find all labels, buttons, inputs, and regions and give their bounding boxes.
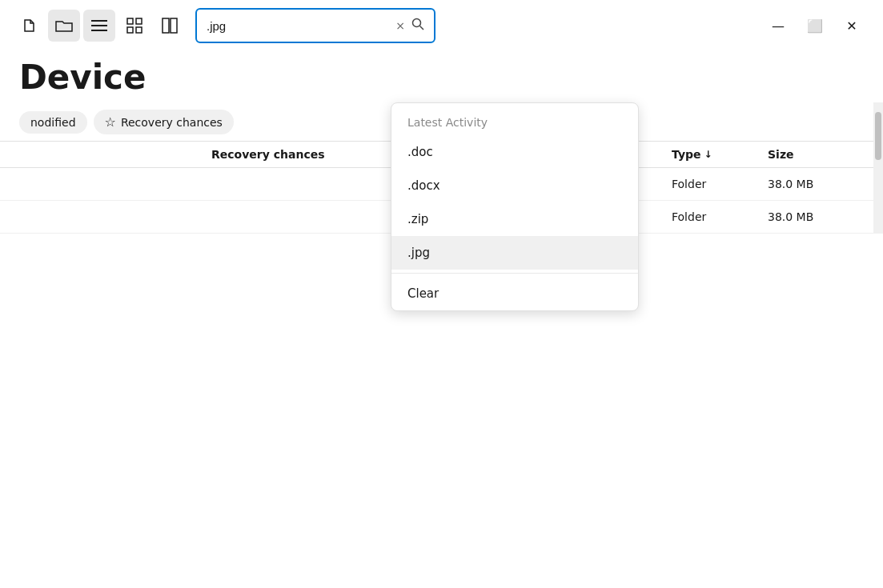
close-button[interactable]: ✕ — [833, 10, 870, 42]
svg-rect-8 — [171, 18, 177, 33]
dropdown-item-docx[interactable]: .docx — [391, 169, 638, 202]
dropdown-item-jpg[interactable]: .jpg — [391, 236, 638, 270]
star-icon: ☆ — [105, 114, 116, 130]
search-dropdown: Latest Activity .doc .docx .zip .jpg Cle… — [391, 102, 639, 311]
row-type-1: Folder — [672, 178, 768, 190]
sort-arrow-icon: ↓ — [704, 149, 712, 160]
search-button[interactable] — [411, 18, 424, 34]
minimize-button[interactable]: — — [760, 10, 797, 42]
search-container: .jpg × — [195, 8, 435, 43]
layout-icon[interactable] — [154, 10, 186, 42]
dropdown-divider — [391, 273, 638, 274]
dropdown-clear-button[interactable]: Clear — [391, 277, 638, 310]
modified-filter[interactable]: nodified — [19, 111, 87, 134]
svg-rect-5 — [127, 27, 133, 33]
svg-rect-7 — [163, 18, 169, 33]
search-clear-button[interactable]: × — [395, 19, 405, 32]
search-box: .jpg × — [195, 8, 435, 43]
titlebar: .jpg × — ⬜ ✕ — [0, 0, 883, 51]
page-title-section: Device — [0, 51, 883, 110]
dropdown-item-zip[interactable]: .zip — [391, 202, 638, 236]
recovery-chances-filter[interactable]: ☆ Recovery chances — [94, 110, 234, 134]
search-input[interactable]: .jpg — [207, 19, 395, 33]
dropdown-header: Latest Activity — [391, 103, 638, 135]
row-type-2: Folder — [672, 210, 768, 223]
type-col-label: Type — [672, 148, 701, 161]
list-view-icon[interactable] — [83, 10, 115, 42]
svg-rect-6 — [136, 27, 142, 33]
dropdown-item-doc[interactable]: .doc — [391, 135, 638, 169]
file-icon[interactable] — [13, 10, 45, 42]
row-size-1: 38.0 MB — [768, 178, 864, 190]
svg-point-9 — [413, 19, 421, 27]
restore-button[interactable]: ⬜ — [797, 10, 833, 42]
svg-rect-4 — [136, 18, 142, 24]
svg-line-10 — [420, 26, 424, 30]
page-title: Device — [19, 58, 864, 97]
row-size-2: 38.0 MB — [768, 210, 864, 223]
scrollbar-thumb[interactable] — [875, 112, 881, 160]
window-controls: — ⬜ ✕ — [760, 10, 870, 42]
folder-icon[interactable] — [48, 10, 80, 42]
svg-rect-3 — [127, 18, 133, 24]
grid-view-icon[interactable] — [118, 10, 151, 42]
size-column-header: Size — [768, 148, 864, 161]
recovery-chip-label: Recovery chances — [121, 116, 223, 129]
type-column-header[interactable]: Type ↓ — [672, 148, 768, 161]
scrollbar[interactable] — [873, 102, 883, 234]
main-content: Device nodified ☆ Recovery chances Recov… — [0, 51, 883, 234]
